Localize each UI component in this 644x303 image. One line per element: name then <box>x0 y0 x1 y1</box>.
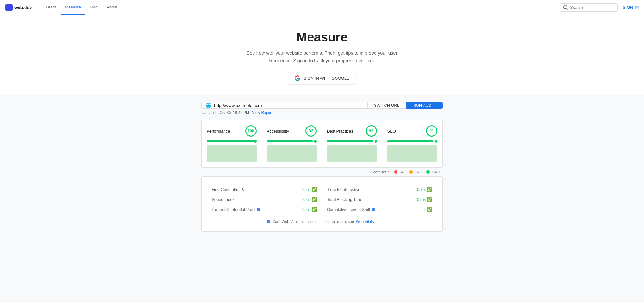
score-header: Accessibility 92 <box>267 125 317 137</box>
metrics-right-col: Time to Interactive 0.7 s ✅ Total Blocki… <box>327 184 432 214</box>
nav-link-about[interactable]: About <box>103 0 121 15</box>
metrics-box: First Contentful Paint 0.7 s ✅ Speed Ind… <box>201 176 443 232</box>
search-input[interactable] <box>570 5 614 10</box>
metric-row: Time to Interactive 0.7 s ✅ <box>327 184 432 194</box>
score-card-best-practices: Best Practices 93 <box>322 120 382 167</box>
metric-value: 0.7 s ✅ <box>417 187 432 192</box>
score-dot <box>375 140 377 143</box>
metric-value: 0.7 s ✅ <box>302 197 317 202</box>
scale-row: Score scale: 0-4950-8990-100 <box>201 170 443 174</box>
score-circle: 93 <box>366 125 377 137</box>
google-signin-label: SIGN IN WITH GOOGLE <box>303 76 349 81</box>
metric-check-icon: ✅ <box>312 187 317 192</box>
score-label: Accessibility <box>267 129 289 133</box>
metric-value: 0.7 s ✅ <box>302 207 317 212</box>
url-section: 🌐 SWITCH URL RUN AUDIT Last audit: Oct 3… <box>201 102 443 115</box>
main-content: 🌐 SWITCH URL RUN AUDIT Last audit: Oct 3… <box>196 95 448 239</box>
score-header: Performance 100 <box>207 125 257 137</box>
scale-range: 90-100 <box>431 170 441 174</box>
logo-icon <box>5 4 13 11</box>
hero-section: Measure See how well your website perfor… <box>0 15 644 95</box>
score-bar-track <box>207 140 257 142</box>
score-card-accessibility: Accessibility 92 <box>262 120 322 167</box>
metric-row: Largest Contentful Paint 0.7 s ✅ <box>212 204 317 214</box>
metric-name: Time to Interactive <box>327 187 360 192</box>
metric-name: Cumulative Layout Shift <box>327 207 375 212</box>
scale-item: 0-49 <box>394 170 406 174</box>
search-box[interactable] <box>560 3 618 12</box>
score-label: Performance <box>207 129 230 133</box>
scale-dot-icon <box>394 170 397 174</box>
scale-item: 50-89 <box>409 170 423 174</box>
cwv-flag-icon <box>267 220 270 223</box>
hero-description: See how well your website performs. Then… <box>240 49 404 64</box>
score-card-seo: SEO 91 <box>382 120 443 167</box>
score-bar-fill <box>267 140 313 142</box>
metric-check-icon: ✅ <box>312 207 317 212</box>
score-card-performance: Performance 100 <box>202 120 262 167</box>
switch-url-button[interactable]: SWITCH URL <box>367 102 406 109</box>
score-label: Best Practices <box>327 129 353 133</box>
metric-row: Total Blocking Time 0 ms ✅ <box>327 194 432 204</box>
score-circle: 91 <box>426 125 437 137</box>
scores-grid: Performance 100 Accessibility 92 Best Pr… <box>201 120 443 168</box>
metric-value: 0 ✅ <box>424 207 432 212</box>
score-label: SEO <box>387 129 396 133</box>
nav-link-blog[interactable]: Blog <box>86 0 102 15</box>
metric-check-icon: ✅ <box>427 207 432 212</box>
metric-check-icon: ✅ <box>427 187 432 192</box>
last-audit-info: Last audit: Oct 30, 10:42 PM View Report <box>201 111 443 115</box>
metric-name: First Contentful Paint <box>212 187 250 192</box>
cwv-note: Core Web Vitals assessment. To learn mor… <box>212 219 432 224</box>
metric-row: Speed Index 0.7 s ✅ <box>212 194 317 204</box>
score-dot <box>314 140 317 143</box>
scale-item: 90-100 <box>426 170 441 174</box>
run-audit-button[interactable]: RUN AUDIT <box>406 102 443 109</box>
score-bar-track <box>387 140 438 142</box>
scale-label: Score scale: <box>371 170 391 174</box>
url-input[interactable] <box>214 103 364 108</box>
metric-name: Total Blocking Time <box>327 197 362 202</box>
nav-link-measure[interactable]: Measure <box>61 0 85 15</box>
score-thumbnail <box>387 145 438 162</box>
url-row: 🌐 SWITCH URL RUN AUDIT <box>201 102 443 109</box>
score-thumbnail <box>327 145 377 162</box>
score-circle: 92 <box>305 125 317 137</box>
metric-name: Largest Contentful Paint <box>212 207 260 212</box>
metric-value: 0.7 s ✅ <box>302 187 317 192</box>
metric-row: First Contentful Paint 0.7 s ✅ <box>212 184 317 194</box>
google-logo-icon <box>295 75 300 81</box>
metric-check-icon: ✅ <box>312 197 317 202</box>
view-report-link[interactable]: View Report <box>252 111 272 115</box>
metrics-left-col: First Contentful Paint 0.7 s ✅ Speed Ind… <box>212 184 317 214</box>
score-header: SEO 91 <box>387 125 438 137</box>
nav: web.dev LearnMeasureBlogAbout SIGN IN <box>0 0 644 15</box>
cwv-text: Core Web Vitals assessment. To learn mor… <box>272 219 354 224</box>
scale-range: 50-89 <box>414 170 423 174</box>
search-icon <box>563 5 568 10</box>
score-bar-track <box>267 140 317 142</box>
nav-link-learn[interactable]: Learn <box>42 0 60 15</box>
score-bar-fill <box>387 140 433 142</box>
nav-right: SIGN IN <box>560 3 639 12</box>
score-dot <box>435 140 437 143</box>
nav-links: LearnMeasureBlogAbout <box>42 0 560 15</box>
score-dot <box>254 140 257 143</box>
globe-icon: 🌐 <box>205 102 212 108</box>
score-header: Best Practices 93 <box>327 125 377 137</box>
page-title: Measure <box>5 30 639 44</box>
score-thumbnail <box>267 145 317 162</box>
url-input-wrapper: 🌐 <box>201 102 367 109</box>
web-vitals-link[interactable]: Web Vitals <box>356 219 374 224</box>
scale-dot-icon <box>409 170 413 174</box>
sign-in-button[interactable]: SIGN IN <box>623 5 639 10</box>
logo[interactable]: web.dev <box>5 4 32 11</box>
score-bar-fill <box>207 140 257 142</box>
metric-flag-icon <box>257 208 260 211</box>
metric-name: Speed Index <box>212 197 235 202</box>
metric-check-icon: ✅ <box>427 197 432 202</box>
score-bar-track <box>327 140 377 142</box>
google-signin-button[interactable]: SIGN IN WITH GOOGLE <box>288 72 356 84</box>
scale-dot-icon <box>426 170 430 174</box>
last-audit-text: Last audit: Oct 30, 10:42 PM <box>201 111 249 115</box>
